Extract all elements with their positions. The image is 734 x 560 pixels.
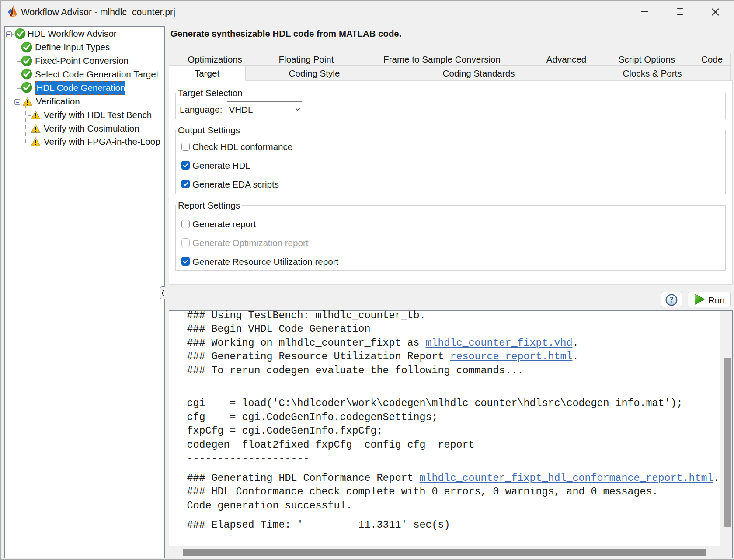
svg-text:?: ? [669, 295, 674, 304]
